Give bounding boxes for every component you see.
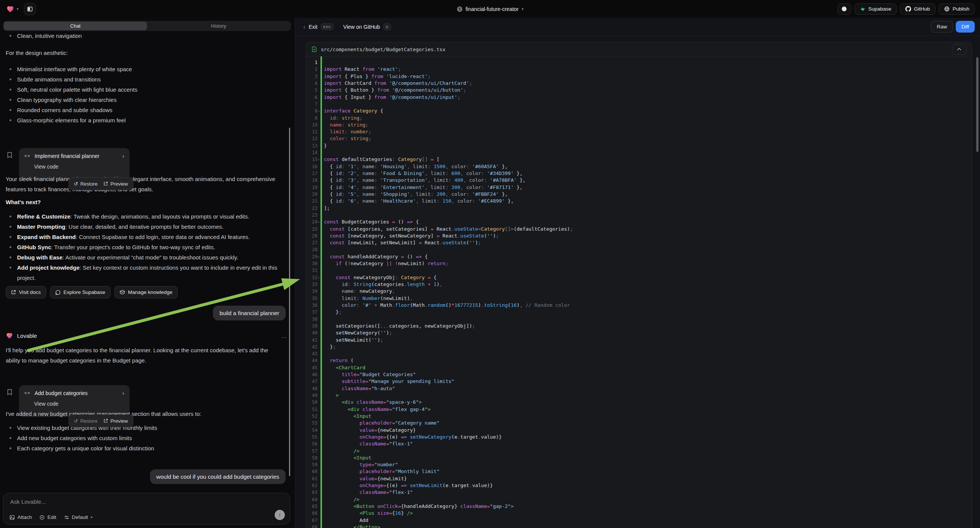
collapse-file-button[interactable] (952, 44, 966, 54)
send-button[interactable]: ↑ (275, 510, 285, 520)
line-number: 42 (306, 344, 317, 350)
restore-button[interactable]: ↺ Restore (74, 181, 97, 187)
fold-chevron-icon[interactable]: ▾ (318, 219, 320, 226)
code-line: 42 }; (306, 344, 972, 350)
github-button[interactable]: GitHub (900, 3, 935, 15)
chevron-left-icon: ‹ (304, 24, 305, 30)
next-steps-list: Refine & Customize: Tweak the design, an… (6, 212, 286, 283)
chat-bubble-icon (55, 290, 60, 295)
prompt-input-box[interactable]: Ask Lovable... Attach Edit Default ▾ ↑ (3, 493, 290, 525)
fold-chevron-icon[interactable]: ▾ (318, 275, 320, 281)
line-number: 32 (306, 274, 317, 281)
code-line: 2import React from 'react'; (306, 66, 972, 73)
ready-paragraph: Your sleek financial planner is now read… (6, 174, 281, 194)
toggle-sidebar-button[interactable] (24, 3, 36, 15)
code-line: 60 placeholder="Monthly limit" (306, 468, 972, 475)
line-number: 24 (306, 219, 317, 225)
code-line: 59 type="number" (306, 461, 972, 468)
view-code-link[interactable]: View code (34, 401, 124, 407)
code-line: 23 (306, 212, 972, 219)
code-line: 49 > (306, 392, 972, 399)
line-number: 1 (306, 59, 317, 66)
view-on-github-button[interactable]: View on GitHub G (343, 24, 391, 30)
code-line: 46 title="Budget Categories" (306, 371, 972, 378)
code-line: 10 name: string; (306, 122, 972, 129)
bookmark-icon[interactable] (7, 389, 13, 396)
line-number: 41 (306, 337, 317, 344)
file-path: src/components/budget/BudgetCategories.t… (321, 46, 445, 52)
bookmark-icon[interactable] (7, 152, 13, 158)
supabase-button[interactable]: Supabase (854, 3, 897, 15)
manage-knowledge-button[interactable]: Manage knowledge (115, 286, 178, 299)
settings-button[interactable] (838, 3, 851, 15)
diff-toggle-button[interactable]: Diff (956, 21, 975, 33)
restore-button[interactable]: ↺ Restore (74, 418, 97, 424)
exit-button[interactable]: ‹ Exit ESC (304, 24, 333, 30)
code-line: 35 limit: Number(newLimit), (306, 295, 972, 302)
logo-menu-chevron-icon[interactable]: ▾ (17, 7, 19, 11)
attach-button[interactable]: Attach (10, 514, 32, 520)
code-line: 9 id: string; (306, 115, 972, 122)
line-number: 29 (306, 253, 317, 260)
line-number: 47 (306, 378, 317, 385)
code-line: 32▾ const newCategoryObj: Category = { (306, 274, 972, 281)
code-line: 29▾ const handleAddCategory = () => { (306, 253, 972, 260)
list-item: Clean, intuitive navigation (6, 31, 82, 41)
line-number: 52 (306, 413, 317, 420)
fold-chevron-icon[interactable]: ▾ (318, 108, 320, 115)
code-line: 3import { Plus } from 'lucide-react'; (306, 73, 972, 80)
code-line: 18 { id: '3', name: 'Transportation', li… (306, 177, 972, 184)
line-number: 45 (306, 364, 317, 371)
version-title: Add budget categories (35, 390, 88, 396)
code-line: 12 color: string; (306, 135, 972, 142)
file-header[interactable]: src/components/budget/BudgetCategories.t… (306, 43, 972, 56)
mode-select[interactable]: Default ▾ (64, 514, 93, 520)
list-item: Soft, neutral color palette with light b… (6, 84, 137, 95)
code-line: 57 /> (306, 448, 972, 455)
tab-chat[interactable]: Chat (4, 22, 147, 30)
design-heading: For the design aesthetic: (6, 49, 68, 56)
code-line: 62 onChange={(e) => setNewLimit(e.target… (306, 482, 972, 489)
code-line: 16 { id: '1', name: 'Housing', limit: 15… (306, 163, 972, 170)
code-line: 48 className="h-auto" (306, 385, 972, 392)
line-number: 21 (306, 198, 317, 205)
chat-scrollbar[interactable] (289, 128, 290, 476)
code-lines: 12import React from 'react';3import { Pl… (306, 59, 972, 528)
external-link-icon (11, 290, 16, 295)
view-code-link[interactable]: View code (34, 164, 124, 170)
project-switcher[interactable]: financial-future-creator ▾ (457, 0, 523, 18)
preview-button[interactable]: Preview (103, 181, 128, 187)
line-number: 60 (306, 468, 317, 475)
quick-actions-row: Visit docs Explore Supabase Manage knowl… (6, 286, 178, 299)
edit-button[interactable]: Edit (40, 514, 56, 520)
line-number: 2 (306, 66, 317, 73)
list-item: Glass-morphic elements for a premium fee… (6, 115, 137, 126)
line-number: 15 (306, 156, 317, 163)
publish-button[interactable]: Publish (939, 3, 975, 15)
code-scrollbar[interactable] (976, 57, 978, 152)
line-number: 68 (306, 524, 317, 528)
code-line: 17 { id: '2', name: 'Food & Dining', lim… (306, 170, 972, 177)
visit-docs-button[interactable]: Visit docs (6, 286, 46, 299)
line-number: 37 (306, 309, 317, 315)
code-line: 11 limit: number; (306, 129, 972, 135)
raw-toggle-button[interactable]: Raw (931, 21, 953, 33)
restore-preview-pill: ↺ Restore Preview (68, 414, 134, 427)
tab-history[interactable]: History (147, 22, 290, 30)
code-line: 21 { id: '6', name: 'Healthcare', limit:… (306, 198, 972, 205)
code-line: 7 (306, 101, 972, 108)
code-line: 24▾const BudgetCategories = () => { (306, 219, 972, 225)
explore-supabase-button[interactable]: Explore Supabase (50, 286, 111, 299)
line-number: 36 (306, 302, 317, 309)
fold-chevron-icon[interactable]: ▾ (318, 254, 320, 261)
preview-button[interactable]: Preview (103, 418, 128, 424)
code-body[interactable]: 12import React from 'react';3import { Pl… (306, 56, 972, 528)
line-number: 34 (306, 288, 317, 295)
esc-kbd-badge: ESC (321, 24, 333, 30)
message-options-icon[interactable]: … (281, 332, 287, 339)
code-line: 54 value={newCategory} (306, 427, 972, 434)
code-line: 43 (306, 350, 972, 357)
lovable-logo[interactable] (6, 5, 14, 13)
fold-chevron-icon[interactable]: ▾ (318, 156, 320, 163)
chevron-right-icon: › (123, 153, 124, 159)
